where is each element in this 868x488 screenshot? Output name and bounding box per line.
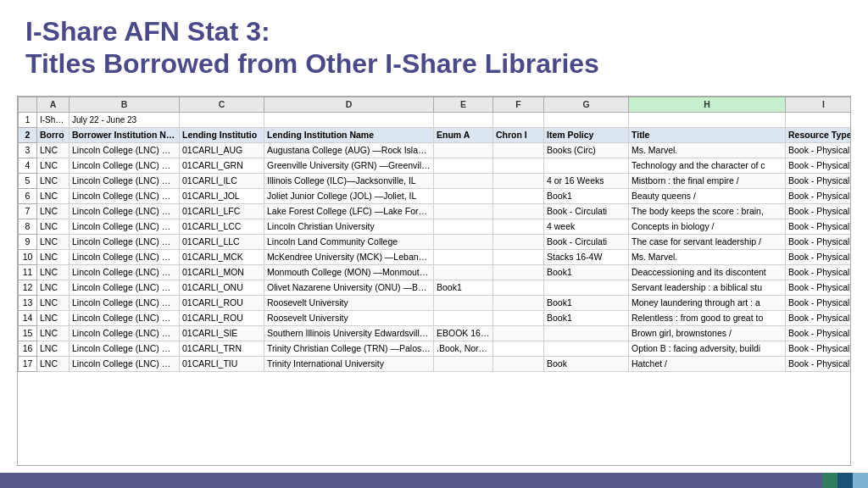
col-header-g: G: [544, 97, 629, 112]
table-cell: 01CARLI_GRN: [180, 158, 264, 173]
page-title: I-Share AFN Stat 3: Titles Borrowed from…: [25, 15, 843, 80]
table-cell: [544, 112, 629, 127]
spreadsheet: A B C D E F G H I 1I-Share AFN Stat 3 - …: [17, 96, 851, 466]
table-cell: [493, 325, 544, 341]
table-cell: [434, 173, 493, 188]
col-header-i: I: [786, 97, 852, 112]
table-cell: Book - Physical: [786, 295, 852, 310]
table-cell: Lincoln College (LNC) —Linc: [70, 341, 180, 356]
table-cell: 01CARLI_ILC: [180, 173, 264, 188]
table-cell: Book - Circulati: [544, 203, 629, 219]
table-cell: LNC: [37, 158, 70, 173]
table-cell: Servant leadership : a biblical stu: [629, 280, 786, 295]
table-cell: Book - Physical: [786, 173, 852, 188]
table-cell: Lincoln College (LNC) —Linc: [70, 188, 180, 203]
table-row: 11LNCLincoln College (LNC) —Linc01CARLI_…: [19, 264, 852, 280]
table-cell: The case for servant leadership /: [629, 234, 786, 249]
table-cell: Lake Forest College (LFC) —Lake Forest, …: [264, 203, 434, 219]
table-cell: Lincoln College (LNC) —Linc: [70, 280, 180, 295]
col-header-f: F: [493, 97, 544, 112]
table-cell: LNC: [37, 264, 70, 280]
table-cell: July 22 - June 23: [70, 112, 180, 127]
table-cell: Technology and the character of c: [629, 158, 786, 173]
col-header-e: E: [434, 97, 493, 112]
table-cell: Money laundering through art : a: [629, 295, 786, 310]
table-cell: Book - Physical: [786, 264, 852, 280]
table-cell: Lincoln College (LNC) —Linc: [70, 234, 180, 249]
row-number: 2: [19, 127, 37, 142]
table-cell: .Book, Normal: [434, 341, 493, 356]
table-cell: [493, 295, 544, 310]
table-cell: [493, 356, 544, 371]
table-cell: I-Share AFN Stat 3 - Titles Borrowed fro…: [37, 112, 70, 127]
footer-purple: [0, 473, 822, 488]
table-cell: Lincoln College (LNC) —Linc: [70, 356, 180, 371]
table-cell: [434, 158, 493, 173]
table-cell: Book - Physical: [786, 341, 852, 356]
table-cell: EBOOK 16/8/4 W: [434, 325, 493, 341]
table-cell: [493, 249, 544, 264]
table-cell: [493, 219, 544, 234]
row-number: 16: [19, 341, 37, 356]
table-cell: Book - Physical: [786, 234, 852, 249]
row-number: 14: [19, 310, 37, 325]
row-number: 13: [19, 295, 37, 310]
table-row: 5LNCLincoln College (LNC) —Linc01CARLI_I…: [19, 173, 852, 188]
row-number: 12: [19, 280, 37, 295]
table-cell: LNC: [37, 341, 70, 356]
table-row: 3LNCLincoln College (LNC) —Linc01CARLI_A…: [19, 142, 852, 158]
table-row: 14LNCLincoln College (LNC) —Linc01CARLI_…: [19, 310, 852, 325]
table-row: 13LNCLincoln College (LNC) —Linc01CARLI_…: [19, 295, 852, 310]
table-cell: Concepts in biology /: [629, 219, 786, 234]
table-cell: Lending Institutio: [180, 127, 264, 142]
table-row: 15LNCLincoln College (LNC) —Linc01CARLI_…: [19, 325, 852, 341]
table-cell: 01CARLI_LFC: [180, 203, 264, 219]
table-cell: Book: [544, 356, 629, 371]
table-cell: [434, 356, 493, 371]
table-cell: [544, 158, 629, 173]
table-cell: Book1: [544, 188, 629, 203]
table-cell: Joliet Junior College (JOL) —Joliet, IL: [264, 188, 434, 203]
table-cell: [493, 264, 544, 280]
data-table: A B C D E F G H I 1I-Share AFN Stat 3 - …: [18, 97, 851, 372]
table-cell: Ms. Marvel.: [629, 249, 786, 264]
table-cell: 01CARLI_AUG: [180, 142, 264, 158]
table-cell: Trinity International University: [264, 356, 434, 371]
col-header-a: A: [37, 97, 70, 112]
table-cell: Lending Institution Name: [264, 127, 434, 142]
table-cell: LNC: [37, 203, 70, 219]
table-cell: Relentless : from good to great to: [629, 310, 786, 325]
table-cell: Book1: [434, 280, 493, 295]
table-cell: LNC: [37, 249, 70, 264]
row-number: 1: [19, 112, 37, 127]
table-cell: Ms. Marvel.: [629, 142, 786, 158]
table-cell: Lincoln College (LNC) —Linc: [70, 325, 180, 341]
table-cell: Augustana College (AUG) —Rock Island, IL: [264, 142, 434, 158]
row-number: 3: [19, 142, 37, 158]
table-cell: [544, 280, 629, 295]
table-cell: Book - Physical: [786, 142, 852, 158]
table-cell: [434, 188, 493, 203]
table-cell: [493, 188, 544, 203]
table-cell: [493, 142, 544, 158]
row-number: 9: [19, 234, 37, 249]
table-cell: Book - Physical: [786, 325, 852, 341]
row-number: 17: [19, 356, 37, 371]
col-header-c: C: [180, 97, 264, 112]
col-header-rownum: [19, 97, 37, 112]
table-row: 2BorroBorrower Institution NameLending I…: [19, 127, 852, 142]
table-cell: Deaccessioning and its discontent: [629, 264, 786, 280]
table-cell: Greenville University (GRN) —Greenville,…: [264, 158, 434, 173]
table-cell: Book - Physical: [786, 203, 852, 219]
table-cell: [544, 325, 629, 341]
table-cell: LNC: [37, 173, 70, 188]
table-cell: [493, 280, 544, 295]
title-line2: Titles Borrowed from Other I-Share Libra…: [25, 48, 599, 79]
table-cell: Lincoln College (LNC) —Linc: [70, 295, 180, 310]
table-row: 1I-Share AFN Stat 3 - Titles Borrowed fr…: [19, 112, 852, 127]
table-cell: 01CARLI_JOL: [180, 188, 264, 203]
row-number: 5: [19, 173, 37, 188]
page-header: I-Share AFN Stat 3: Titles Borrowed from…: [0, 0, 868, 89]
table-cell: [493, 341, 544, 356]
table-cell: [434, 142, 493, 158]
